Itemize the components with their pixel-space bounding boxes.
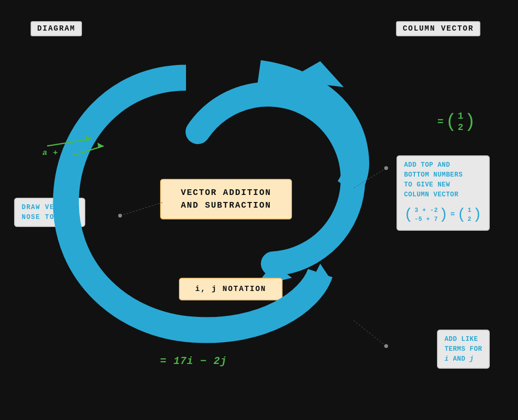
svg-line-2 — [120, 202, 162, 216]
svg-point-5 — [118, 214, 122, 218]
svg-line-4 — [353, 320, 386, 346]
svg-point-7 — [384, 344, 388, 348]
svg-point-6 — [384, 166, 388, 170]
